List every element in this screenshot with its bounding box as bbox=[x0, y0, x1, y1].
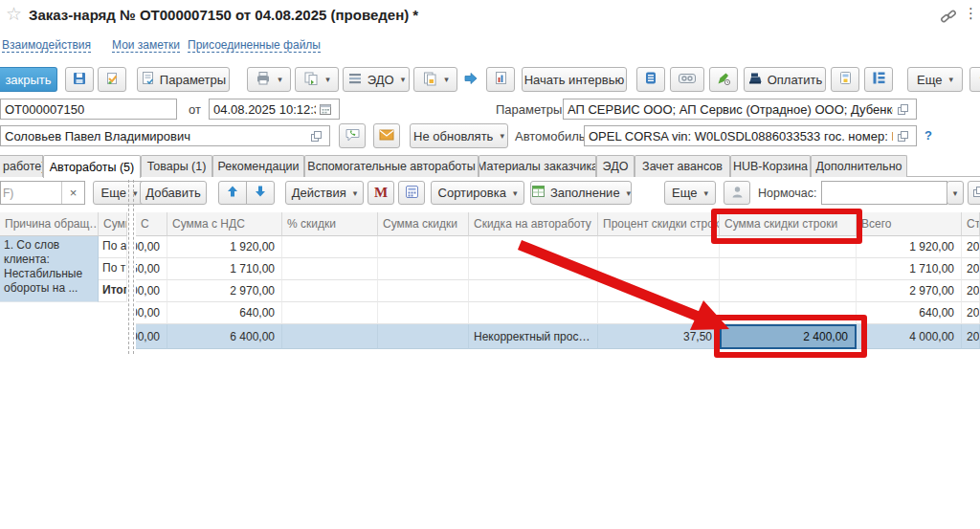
cell[interactable]: 20 bbox=[962, 236, 980, 258]
column-header-total[interactable]: Всего bbox=[857, 212, 962, 236]
table-row[interactable]: 00,00 640,00 640,00 20 bbox=[136, 302, 980, 324]
client-field[interactable] bbox=[0, 125, 330, 146]
tab-aux-works[interactable]: Вспомогательные автоработы bbox=[304, 155, 479, 177]
column-header-sum-cut[interactable]: Сумм bbox=[99, 212, 127, 236]
cell[interactable]: 640,00 bbox=[167, 302, 282, 324]
cell[interactable] bbox=[720, 302, 857, 324]
subrow-total[interactable]: Итог bbox=[99, 280, 127, 302]
cell[interactable]: 6 400,00 bbox=[167, 324, 282, 349]
calc-button[interactable] bbox=[398, 181, 425, 205]
post-document-button[interactable] bbox=[98, 67, 126, 92]
cell[interactable]: 37,50 bbox=[598, 324, 720, 349]
cell[interactable] bbox=[598, 302, 720, 324]
no-update-button[interactable]: Не обновлять bbox=[410, 123, 508, 148]
cell[interactable]: 1 920,00 bbox=[167, 236, 282, 258]
email-button[interactable] bbox=[373, 123, 400, 148]
cell[interactable] bbox=[598, 236, 720, 258]
parameters-field[interactable] bbox=[563, 99, 917, 120]
normhour-field[interactable] bbox=[821, 181, 947, 205]
cell[interactable] bbox=[720, 258, 857, 280]
link-interactions[interactable]: Взаимодействия bbox=[2, 38, 91, 52]
order-date-input[interactable] bbox=[213, 102, 316, 117]
cell[interactable] bbox=[378, 258, 469, 280]
cell[interactable]: 1 710,00 bbox=[857, 258, 962, 280]
cell[interactable]: 1 920,00 bbox=[857, 236, 962, 258]
table-row-selected[interactable]: 00,00 6 400,00 Некорректный прос… 37,50 … bbox=[136, 324, 980, 349]
cell[interactable]: 640,00 bbox=[857, 302, 962, 324]
subrow-by-goods[interactable]: По т bbox=[99, 258, 127, 280]
normhour-dropdown-button[interactable]: ▾ bbox=[947, 181, 964, 205]
cell[interactable]: 50,00 bbox=[136, 258, 167, 280]
car-help-link[interactable]: ? bbox=[924, 128, 932, 143]
table-row[interactable]: 00,00 1 920,00 1 920,00 20 bbox=[136, 236, 980, 258]
cell[interactable] bbox=[469, 236, 598, 258]
edo-button[interactable]: ЭДО bbox=[343, 67, 410, 92]
cell[interactable]: 2 970,00 bbox=[167, 280, 282, 302]
order-date-field[interactable] bbox=[209, 99, 340, 120]
cell[interactable] bbox=[469, 302, 598, 324]
subrow-by-works[interactable]: По а bbox=[99, 236, 127, 258]
card-button[interactable] bbox=[831, 67, 859, 92]
order-number-input[interactable] bbox=[5, 102, 172, 117]
cell[interactable] bbox=[598, 280, 720, 302]
toolbar-more-button[interactable]: Еще bbox=[907, 67, 963, 92]
fill-button[interactable]: Заполнение bbox=[530, 181, 632, 205]
cell[interactable]: 20 bbox=[962, 280, 980, 302]
cell[interactable]: 4 000,00 bbox=[857, 324, 962, 349]
column-header-disc-sum[interactable]: Сумма скидки bbox=[378, 212, 469, 236]
list-button[interactable] bbox=[636, 67, 665, 92]
car-input[interactable] bbox=[589, 129, 893, 143]
search-more-button[interactable]: Еще bbox=[93, 181, 145, 205]
column-header-line-pct[interactable]: Процент скидки строки bbox=[598, 212, 720, 236]
cell[interactable] bbox=[720, 280, 857, 302]
start-interview-button[interactable]: Начать интервью bbox=[522, 67, 627, 92]
cell[interactable] bbox=[469, 258, 598, 280]
cell[interactable] bbox=[378, 302, 469, 324]
calendar-icon[interactable] bbox=[316, 99, 335, 119]
move-down-button[interactable] bbox=[246, 181, 275, 205]
clear-search-button[interactable]: × bbox=[61, 182, 84, 204]
mechanic-button[interactable] bbox=[724, 181, 750, 205]
selected-cell-line-discount-sum[interactable]: 2 400,00 bbox=[720, 324, 857, 349]
panel-splitter[interactable] bbox=[128, 180, 134, 354]
cell[interactable] bbox=[598, 258, 720, 280]
cell[interactable] bbox=[282, 280, 378, 302]
cell[interactable] bbox=[282, 324, 378, 349]
parameters-button[interactable]: Параметры bbox=[137, 67, 230, 92]
cell[interactable] bbox=[469, 280, 598, 302]
reason-cell[interactable]: 1. Со слов клиента: Нестабильные обороты… bbox=[0, 236, 99, 302]
cell[interactable] bbox=[378, 324, 469, 349]
cell[interactable]: 20 bbox=[962, 324, 980, 349]
cell[interactable]: 2 970,00 bbox=[857, 280, 962, 302]
tab-advances[interactable]: Зачет авансов bbox=[635, 155, 730, 177]
column-header-rate-cut[interactable]: Ст bbox=[962, 212, 980, 236]
cell[interactable]: 00,00 bbox=[136, 324, 167, 349]
table-row-subtotal[interactable]: 00,00 2 970,00 2 970,00 20 bbox=[136, 280, 980, 302]
actions-button[interactable]: Действия bbox=[285, 181, 364, 205]
cell[interactable] bbox=[720, 236, 857, 258]
column-header-reason[interactable]: Причина обращ… bbox=[0, 212, 99, 236]
sort-button[interactable]: Сортировка bbox=[431, 181, 524, 205]
cell[interactable] bbox=[282, 236, 378, 258]
save-button[interactable] bbox=[65, 67, 94, 92]
cell[interactable]: 20 bbox=[962, 302, 980, 324]
order-number-field[interactable] bbox=[0, 99, 177, 120]
link-attached-files[interactable]: Присоединенные файлы bbox=[188, 38, 321, 52]
cell[interactable] bbox=[378, 280, 469, 302]
call-button[interactable] bbox=[339, 123, 366, 148]
structure-button[interactable] bbox=[864, 67, 893, 92]
cell[interactable]: Некорректный прос… bbox=[469, 324, 598, 349]
cell[interactable]: 20 bbox=[962, 258, 980, 280]
copy-templates-button[interactable] bbox=[295, 67, 339, 92]
parameters-input[interactable] bbox=[568, 102, 893, 117]
column-header-disc-pct[interactable]: % скидки bbox=[282, 212, 378, 236]
cell[interactable] bbox=[378, 236, 469, 258]
normhour-input[interactable] bbox=[826, 186, 943, 200]
cell[interactable]: 00,00 bbox=[136, 280, 167, 302]
cell[interactable]: 00,00 bbox=[136, 302, 167, 324]
link-icon[interactable] bbox=[940, 9, 957, 28]
tab-additional[interactable]: Дополнительно bbox=[811, 155, 907, 177]
edit-time-button[interactable] bbox=[709, 67, 738, 92]
pay-button[interactable]: Оплатить bbox=[744, 67, 826, 92]
open-choose-icon[interactable] bbox=[893, 126, 912, 145]
